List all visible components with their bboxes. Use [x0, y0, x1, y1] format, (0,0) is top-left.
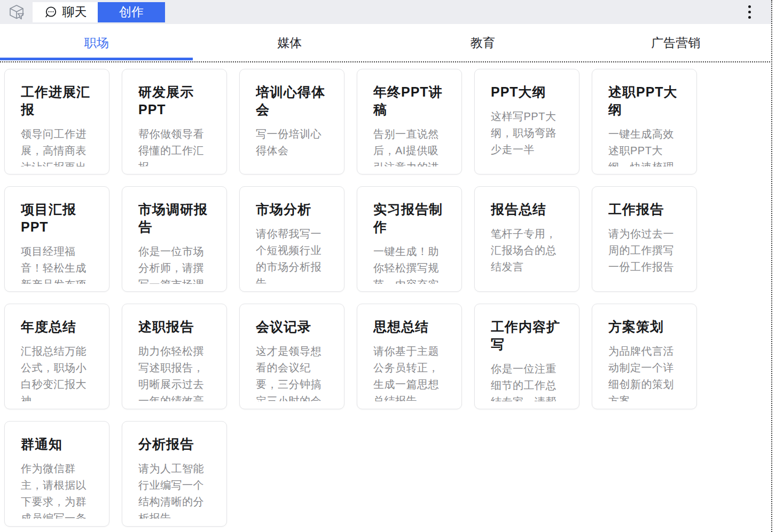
- template-card[interactable]: 市场调研报告 你是一位市场分析师，请撰写一篇市场调研报告: [122, 186, 227, 292]
- card-title: 市场调研报告: [138, 201, 210, 236]
- chat-bubble-icon: [44, 5, 58, 19]
- category-tab-marketing[interactable]: 广告营销: [579, 24, 773, 61]
- template-card[interactable]: 年终PPT讲稿 告别一直说然后，AI提供吸引注意力的讲稿: [357, 69, 462, 174]
- kebab-menu-icon[interactable]: [744, 4, 754, 20]
- cube-filter-icon: [7, 3, 26, 21]
- card-title: 工作内容扩写: [491, 318, 563, 353]
- card-description: 项目经理福音！轻松生成新产品发布项目汇报: [21, 243, 93, 284]
- card-description: 请你基于主题公务员转正，生成一篇思想总结报告: [373, 343, 445, 401]
- card-description: 请你帮我写一个短视频行业的市场分析报告: [256, 226, 328, 284]
- template-card[interactable]: 研发展示PPT 帮你做领导看得懂的工作汇报: [122, 69, 227, 174]
- card-description: 请为你过去一周的工作撰写一份工作报告: [608, 226, 680, 275]
- card-title: 年度总结: [21, 318, 93, 336]
- card-description: 请为人工智能行业编写一个结构清晰的分析报告: [138, 460, 210, 519]
- category-tab-workplace[interactable]: 职场: [0, 24, 193, 61]
- tab-create-label: 创作: [119, 4, 144, 20]
- card-description: 汇报总结万能公式，职场小白秒变汇报大神: [21, 343, 93, 401]
- card-title: 分析报告: [138, 435, 210, 453]
- card-title: 培训心得体会: [256, 83, 328, 118]
- template-panel: 工作进展汇报 领导问工作进展，高情商表达让汇报更出彩 研发展示PPT 帮你做领导…: [0, 61, 772, 532]
- template-card[interactable]: 群通知 作为微信群主，请根据以下要求，为群成员编写一条通知: [4, 421, 109, 527]
- card-title: 思想总结: [373, 318, 445, 336]
- card-title: 实习报告制作: [373, 201, 445, 236]
- template-grid: 工作进展汇报 领导问工作进展，高情商表达让汇报更出彩 研发展示PPT 帮你做领导…: [4, 69, 772, 527]
- card-title: 述职PPT大纲: [608, 83, 680, 118]
- card-description: 这才是领导想看的会议纪要，三分钟搞定三小时的会议: [256, 343, 328, 401]
- template-card[interactable]: 述职PPT大纲 一键生成高效述职PPT大纲，快速梳理重点: [592, 69, 697, 174]
- template-card[interactable]: 实习报告制作 一键生成！助你轻松撰写规范、内容充实的实习报告: [357, 186, 462, 292]
- card-title: 工作进展汇报: [21, 83, 93, 118]
- card-title: 群通知: [21, 435, 93, 453]
- card-title: 述职报告: [138, 318, 210, 336]
- card-title: 会议记录: [256, 318, 328, 336]
- category-tab-label: 职场: [84, 35, 109, 51]
- card-description: 一键生成高效述职PPT大纲，快速梳理重点: [608, 126, 680, 166]
- template-card[interactable]: PPT大纲 这样写PPT大纲，职场弯路少走一半: [474, 69, 579, 174]
- mode-switcher: 聊天 创作: [33, 2, 165, 22]
- active-tab-underline: [0, 58, 193, 60]
- tab-chat[interactable]: 聊天: [33, 2, 98, 22]
- card-description: 你是一位注重细节的工作总结专家，请帮我扩写工作内容: [491, 361, 563, 401]
- template-card[interactable]: 年度总结 汇报总结万能公式，职场小白秒变汇报大神: [4, 304, 109, 409]
- card-description: 写一份培训心得体会: [256, 126, 328, 159]
- template-card[interactable]: 分析报告 请为人工智能行业编写一个结构清晰的分析报告: [122, 421, 227, 527]
- template-card[interactable]: 述职报告 助力你轻松撰写述职报告，明晰展示过去一年的绩效亮点: [122, 304, 227, 409]
- template-card[interactable]: 项目汇报PPT 项目经理福音！轻松生成新产品发布项目汇报: [4, 186, 109, 292]
- tab-create[interactable]: 创作: [98, 2, 165, 22]
- template-card[interactable]: 培训心得体会 写一份培训心得体会: [239, 69, 344, 174]
- panel-right-dotted-border: [771, 0, 772, 532]
- card-title: 方案策划: [608, 318, 680, 336]
- card-description: 助力你轻松撰写述职报告，明晰展示过去一年的绩效亮点: [138, 343, 210, 401]
- card-description: 你是一位市场分析师，请撰写一篇市场调研报告: [138, 243, 210, 284]
- app-logo-button[interactable]: [7, 3, 26, 21]
- card-description: 帮你做领导看得懂的工作汇报: [138, 126, 210, 166]
- tab-chat-label: 聊天: [62, 4, 87, 20]
- template-card[interactable]: 思想总结 请你基于主题公务员转正，生成一篇思想总结报告: [357, 304, 462, 409]
- card-description: 这样写PPT大纲，职场弯路少走一半: [491, 108, 563, 158]
- template-card[interactable]: 工作内容扩写 你是一位注重细节的工作总结专家，请帮我扩写工作内容: [474, 304, 579, 409]
- card-title: 报告总结: [491, 201, 563, 218]
- template-card[interactable]: 会议记录 这才是领导想看的会议纪要，三分钟搞定三小时的会议: [239, 304, 344, 409]
- card-description: 作为微信群主，请根据以下要求，为群成员编写一条通知: [21, 460, 93, 519]
- card-description: 告别一直说然后，AI提供吸引注意力的讲稿: [373, 126, 445, 166]
- card-title: 项目汇报PPT: [21, 201, 93, 236]
- category-tab-label: 广告营销: [651, 35, 700, 51]
- category-tab-education[interactable]: 教育: [386, 24, 579, 61]
- template-card[interactable]: 工作报告 请为你过去一周的工作撰写一份工作报告: [592, 186, 697, 292]
- card-description: 一键生成！助你轻松撰写规范、内容充实的实习报告: [373, 243, 445, 284]
- category-tab-label: 教育: [471, 35, 495, 51]
- card-description: 为品牌代言活动制定一个详细创新的策划方案: [608, 343, 680, 401]
- category-tab-media[interactable]: 媒体: [193, 24, 387, 61]
- card-title: PPT大纲: [491, 83, 563, 101]
- template-card[interactable]: 方案策划 为品牌代言活动制定一个详细创新的策划方案: [592, 304, 697, 409]
- template-card[interactable]: 市场分析 请你帮我写一个短视频行业的市场分析报告: [239, 186, 344, 292]
- card-description: 笔杆子专用，汇报场合的总结发言: [491, 226, 563, 275]
- card-title: 年终PPT讲稿: [373, 83, 445, 118]
- card-title: 研发展示PPT: [138, 83, 210, 118]
- card-title: 工作报告: [608, 201, 680, 218]
- template-card[interactable]: 报告总结 笔杆子专用，汇报场合的总结发言: [474, 186, 579, 292]
- topbar: 聊天 创作: [0, 0, 772, 24]
- card-description: 领导问工作进展，高情商表达让汇报更出彩: [21, 126, 93, 166]
- category-tabbar: 职场 媒体 教育 广告营销: [0, 24, 772, 61]
- template-card[interactable]: 工作进展汇报 领导问工作进展，高情商表达让汇报更出彩: [4, 69, 109, 174]
- category-tab-label: 媒体: [277, 35, 302, 51]
- card-title: 市场分析: [256, 201, 328, 218]
